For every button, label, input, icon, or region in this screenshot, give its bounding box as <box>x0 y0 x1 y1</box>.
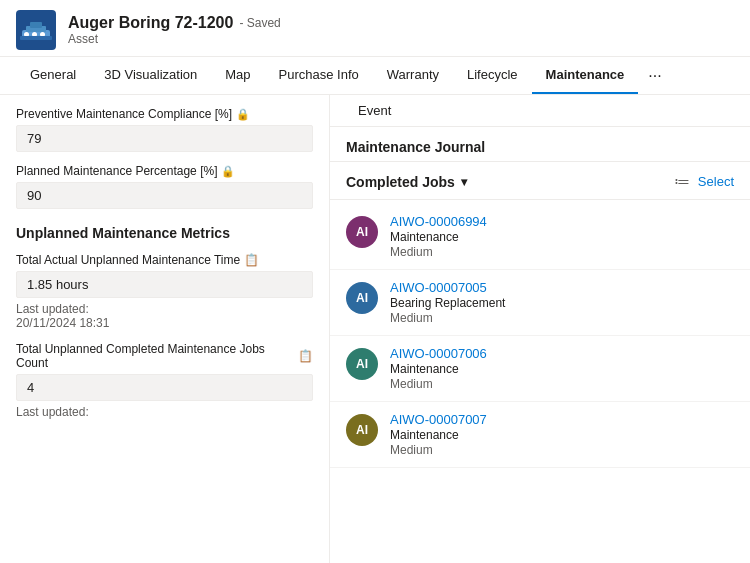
job-type: Maintenance <box>390 362 487 376</box>
completed-jobs-actions: ≔ Select <box>674 172 734 191</box>
job-avatar: AI <box>346 348 378 380</box>
event-tab[interactable]: Event <box>346 95 403 126</box>
nav-item-3d-visualization[interactable]: 3D Visualization <box>90 57 211 94</box>
job-list-item[interactable]: AI AIWO-00006994 Maintenance Medium <box>330 204 750 270</box>
select-button[interactable]: Select <box>698 174 734 189</box>
planned-maintenance-label: Planned Maintenance Percentage [%] 🔒 <box>16 164 313 178</box>
unplanned-section-title: Unplanned Maintenance Metrics <box>16 225 313 241</box>
planned-maintenance-value: 90 <box>16 182 313 209</box>
header-title-block: Auger Boring 72-1200 - Saved Asset <box>68 14 281 46</box>
job-avatar: AI <box>346 414 378 446</box>
total-completed-label: Total Unplanned Completed Maintenance Jo… <box>16 342 313 370</box>
calendar-icon-unplanned: 📋 <box>244 253 259 267</box>
calendar-icon-completed: 📋 <box>298 349 313 363</box>
job-details: AIWO-00007007 Maintenance Medium <box>390 412 487 457</box>
saved-badge: - Saved <box>239 16 280 30</box>
asset-type-label: Asset <box>68 32 281 46</box>
preventive-compliance-value: 79 <box>16 125 313 152</box>
maintenance-journal-header: Maintenance Journal <box>330 127 750 162</box>
nav-more-button[interactable]: ··· <box>638 59 671 93</box>
main-nav: General 3D Visualization Map Purchase In… <box>0 57 750 95</box>
job-list-item[interactable]: AI AIWO-00007005 Bearing Replacement Med… <box>330 270 750 336</box>
job-list-item[interactable]: AI AIWO-00007006 Maintenance Medium <box>330 336 750 402</box>
job-details: AIWO-00007006 Maintenance Medium <box>390 346 487 391</box>
job-id: AIWO-00006994 <box>390 214 487 229</box>
job-avatar: AI <box>346 282 378 314</box>
total-completed-updated: Last updated: <box>16 405 313 419</box>
job-priority: Medium <box>390 245 487 259</box>
total-unplanned-value: 1.85 hours <box>16 271 313 298</box>
total-unplanned-label: Total Actual Unplanned Maintenance Time … <box>16 253 313 267</box>
nav-item-lifecycle[interactable]: Lifecycle <box>453 57 532 94</box>
job-priority: Medium <box>390 443 487 457</box>
job-list: AI AIWO-00006994 Maintenance Medium AI A… <box>330 200 750 472</box>
list-view-icon[interactable]: ≔ <box>674 172 690 191</box>
job-type: Maintenance <box>390 230 487 244</box>
total-unplanned-updated: Last updated: 20/11/2024 18:31 <box>16 302 313 330</box>
right-panel: Event Maintenance Journal Completed Jobs… <box>330 95 750 563</box>
total-completed-value: 4 <box>16 374 313 401</box>
svg-rect-7 <box>20 36 52 40</box>
page-header: Auger Boring 72-1200 - Saved Asset <box>0 0 750 57</box>
header-title: Auger Boring 72-1200 - Saved <box>68 14 281 32</box>
lock-icon-planned: 🔒 <box>221 165 235 178</box>
event-tab-strip: Event <box>330 95 750 127</box>
job-type: Bearing Replacement <box>390 296 505 310</box>
nav-item-map[interactable]: Map <box>211 57 264 94</box>
job-priority: Medium <box>390 377 487 391</box>
job-id: AIWO-00007005 <box>390 280 505 295</box>
completed-jobs-bar: Completed Jobs ▾ ≔ Select <box>330 162 750 200</box>
job-priority: Medium <box>390 311 505 325</box>
lock-icon-preventive: 🔒 <box>236 108 250 121</box>
job-details: AIWO-00007005 Bearing Replacement Medium <box>390 280 505 325</box>
main-content: Preventive Maintenance Compliance [%] 🔒 … <box>0 95 750 563</box>
job-type: Maintenance <box>390 428 487 442</box>
completed-jobs-title[interactable]: Completed Jobs ▾ <box>346 174 467 190</box>
job-list-item[interactable]: AI AIWO-00007007 Maintenance Medium <box>330 402 750 468</box>
nav-item-warranty[interactable]: Warranty <box>373 57 453 94</box>
nav-item-general[interactable]: General <box>16 57 90 94</box>
job-id: AIWO-00007006 <box>390 346 487 361</box>
svg-rect-6 <box>30 22 42 28</box>
left-panel: Preventive Maintenance Compliance [%] 🔒 … <box>0 95 330 563</box>
preventive-compliance-label: Preventive Maintenance Compliance [%] 🔒 <box>16 107 313 121</box>
job-avatar: AI <box>346 216 378 248</box>
asset-name: Auger Boring 72-1200 <box>68 14 233 32</box>
nav-item-maintenance[interactable]: Maintenance <box>532 57 639 94</box>
chevron-down-icon: ▾ <box>461 175 467 189</box>
job-id: AIWO-00007007 <box>390 412 487 427</box>
job-details: AIWO-00006994 Maintenance Medium <box>390 214 487 259</box>
nav-item-purchase-info[interactable]: Purchase Info <box>265 57 373 94</box>
asset-avatar <box>16 10 56 50</box>
